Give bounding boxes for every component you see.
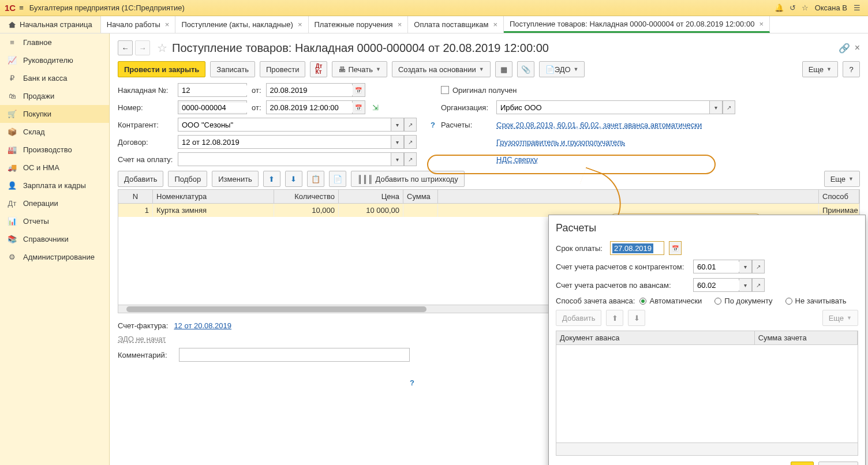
edo-button[interactable]: 📄 ЭДО▼ <box>539 61 585 77</box>
pick-button[interactable]: Подбор <box>168 171 207 187</box>
menu-bars-icon[interactable]: ☰ <box>854 3 860 12</box>
sidebar-item-reports[interactable]: 📊Отчеты <box>0 212 109 230</box>
home-tab[interactable]: Начальная страница <box>0 16 101 33</box>
due-input[interactable]: 27.08.2019 <box>610 241 664 255</box>
close-icon[interactable]: × <box>165 20 170 29</box>
sidebar-item-bank[interactable]: ₽Банк и касса <box>0 69 109 87</box>
favorite-icon[interactable]: ☆ <box>157 41 167 55</box>
popup-col-sum[interactable]: Сумма зачета <box>755 331 858 344</box>
help-button[interactable]: ? <box>843 61 860 77</box>
invoice-date-input[interactable] <box>266 83 353 97</box>
print-button[interactable]: 🖶 Печать▼ <box>332 61 387 77</box>
user-name[interactable]: Оксана В <box>815 3 847 12</box>
open-icon[interactable]: ↗ <box>404 152 417 166</box>
tab-receipts[interactable]: Поступление (акты, накладные)× <box>175 16 308 33</box>
sidebar-item-manager[interactable]: 📈Руководителю <box>0 51 109 69</box>
edit-button[interactable]: Изменить <box>212 171 259 187</box>
sidebar-item-references[interactable]: 📚Справочники <box>0 230 109 248</box>
sidebar-item-sales[interactable]: 🛍Продажи <box>0 87 109 105</box>
close-icon[interactable]: × <box>398 20 402 29</box>
close-icon[interactable]: × <box>493 20 497 29</box>
sidebar-item-purchases[interactable]: 🛒Покупки <box>0 105 109 123</box>
move-down-button[interactable]: ⬇ <box>285 171 302 187</box>
col-qty[interactable]: Количество <box>274 190 339 203</box>
tab-current-doc[interactable]: Поступление товаров: Накладная 0000-0000… <box>504 16 770 33</box>
open-icon[interactable]: ↗ <box>752 278 765 292</box>
original-checkbox[interactable] <box>441 86 449 94</box>
help-icon[interactable]: ? <box>431 121 435 129</box>
sidebar-item-admin[interactable]: ⚙Администрирование <box>0 248 109 266</box>
paste-button[interactable]: 📄 <box>329 171 346 187</box>
dropdown-icon[interactable]: ▾ <box>739 260 752 273</box>
acc1-input[interactable] <box>693 260 739 273</box>
radio-bydoc[interactable]: По документу <box>714 297 772 305</box>
close-icon[interactable]: × <box>298 20 302 29</box>
number-date-input[interactable] <box>266 100 353 114</box>
sidebar-item-main[interactable]: ≡Главное <box>0 33 109 51</box>
dtkt-button[interactable]: ДтКт <box>310 61 327 77</box>
org-input[interactable] <box>496 100 710 114</box>
post-button[interactable]: Провести <box>260 61 306 77</box>
edo-status-link[interactable]: ЭДО не начат <box>118 335 166 343</box>
tab-payments[interactable]: Платежные поручения× <box>309 16 409 33</box>
open-icon[interactable]: ↗ <box>404 118 417 132</box>
ok-button[interactable]: ОК <box>791 462 814 465</box>
move-up-button[interactable]: ⬆ <box>263 171 280 187</box>
sf-link[interactable]: 12 от 20.08.2019 <box>174 321 231 330</box>
sidebar-item-warehouse[interactable]: 📦Склад <box>0 123 109 141</box>
payacc-input[interactable] <box>178 152 391 166</box>
col-nom[interactable]: Номенклатура <box>153 190 274 203</box>
open-icon[interactable]: ↗ <box>404 135 417 149</box>
link-icon[interactable]: 🔗 <box>839 43 850 54</box>
post-close-button[interactable]: Провести и закрыть <box>118 61 205 77</box>
close-icon[interactable]: × <box>855 43 860 54</box>
col-price[interactable]: Цена <box>339 190 403 203</box>
history-icon[interactable]: ↺ <box>790 3 796 12</box>
col-method[interactable]: Способ <box>819 190 859 203</box>
bell-icon[interactable]: 🔔 <box>775 3 784 12</box>
create-from-button[interactable]: Создать на основании▼ <box>392 61 491 77</box>
add-row-button[interactable]: Добавить <box>118 171 163 187</box>
back-button[interactable]: ← <box>118 40 133 55</box>
copy-button[interactable]: 📋 <box>307 171 324 187</box>
menu-icon[interactable]: ≡ <box>19 3 24 12</box>
sidebar-item-assets[interactable]: 🚚ОС и НМА <box>0 159 109 177</box>
tab-supplier-pay[interactable]: Оплата поставщикам× <box>408 16 504 33</box>
barcode-button[interactable]: ║║║ Добавить по штрихкоду <box>351 171 465 187</box>
vat-link[interactable]: НДС сверху <box>496 155 538 164</box>
radio-auto[interactable]: Автоматически <box>639 297 702 305</box>
col-sum[interactable]: Сумма <box>403 190 438 203</box>
comment-input[interactable] <box>179 348 410 362</box>
radio-none[interactable]: Не зачитывать <box>785 297 847 305</box>
forward-button[interactable]: → <box>135 40 150 55</box>
table-more-button[interactable]: Еще▼ <box>824 171 860 187</box>
sidebar-item-operations[interactable]: ДтОперации <box>0 194 109 212</box>
calendar-icon[interactable]: 📅 <box>353 83 365 97</box>
dropdown-icon[interactable]: ▾ <box>391 118 404 132</box>
close-icon[interactable]: × <box>759 20 764 28</box>
calc-link[interactable]: Срок 20.08.2019, 60.01, 60.02, зачет ава… <box>496 121 702 129</box>
calendar-icon[interactable]: 📅 <box>353 100 365 114</box>
sidebar-item-production[interactable]: 🏭Производство <box>0 141 109 159</box>
more-button[interactable]: Еще▼ <box>802 61 838 77</box>
cancel-button[interactable]: Отмена <box>818 462 858 465</box>
col-n[interactable]: N <box>118 190 153 203</box>
related-button[interactable]: ▦ <box>495 61 512 77</box>
acc2-input[interactable] <box>693 278 739 292</box>
contract-input[interactable] <box>178 135 391 149</box>
attach-button[interactable]: 📎 <box>517 61 534 77</box>
shipper-link[interactable]: Грузоотправитель и грузополучатель <box>496 138 625 147</box>
star-icon[interactable]: ☆ <box>802 3 809 12</box>
counter-input[interactable] <box>178 118 391 132</box>
dropdown-icon[interactable]: ▾ <box>391 135 404 149</box>
open-icon[interactable]: ↗ <box>752 260 765 273</box>
tab-start[interactable]: Начало работы× <box>101 16 176 33</box>
open-icon[interactable]: ↗ <box>723 100 735 114</box>
dropdown-icon[interactable]: ▾ <box>391 152 404 166</box>
invoice-no-input[interactable] <box>178 83 247 97</box>
dropdown-icon[interactable]: ▾ <box>739 278 752 292</box>
dropdown-icon[interactable]: ▾ <box>710 100 723 114</box>
number-input[interactable] <box>178 100 247 114</box>
write-button[interactable]: Записать <box>210 61 255 77</box>
calendar-icon[interactable]: 📅 <box>669 241 682 255</box>
